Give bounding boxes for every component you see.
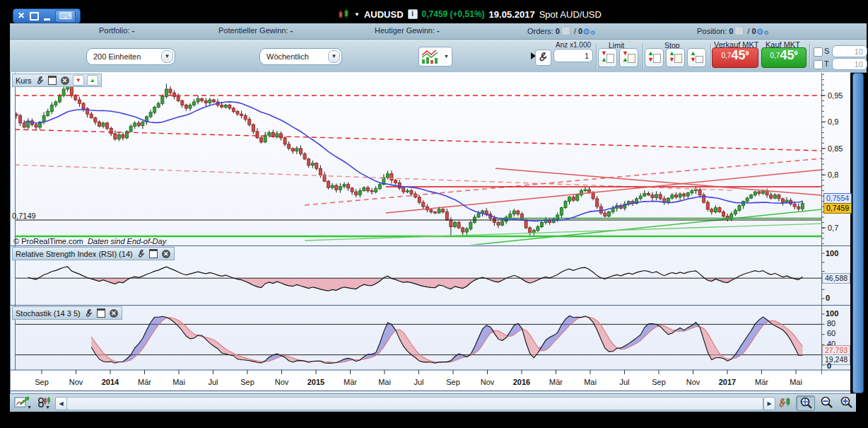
svg-text:Mär: Mär [549,378,563,386]
limit-close-button[interactable]: ▼▲ [598,48,617,67]
today-gain-item: Heutiger Gewinn: - [375,26,440,35]
svg-text:Sep: Sep [240,378,254,386]
svg-text:Sep: Sep [652,378,666,386]
window-controls[interactable]: ✕ ⌨ [13,8,81,23]
stop-checkbox-label: S [824,47,829,55]
instrument-label: Spot AUD/USD [539,9,602,20]
close-icon[interactable]: ✕ [60,76,70,85]
buy-market-button[interactable]: 0,7459 [761,47,807,68]
svg-text:2014: 2014 [102,378,119,386]
stop-checkbox[interactable] [814,47,823,57]
svg-text:Mär: Mär [344,378,357,386]
arrow-up-button[interactable]: ▲ [87,75,98,86]
chevron-down-icon[interactable]: ▼ [161,50,173,63]
new-chart-button[interactable]: ▼ [14,395,33,412]
window-icon[interactable] [96,308,106,318]
svg-text:0,8: 0,8 [828,170,838,179]
target-checkbox-label: T [824,59,829,68]
svg-text:Nov: Nov [686,378,700,386]
orders-gear-icon[interactable]: ⚙⚙ [582,27,595,37]
chart-style-button[interactable]: ▼ [418,47,452,66]
arrow-down-button[interactable]: ▼ [73,75,84,86]
title-bar: ▼ AUDUSD i 0,7459 (+0,51%) 19.05.2017 Sp… [338,6,602,22]
svg-text:Sep: Sep [35,378,49,386]
units-dropdown[interactable]: 200 Einheiten ▼ [86,48,175,65]
svg-text:Mai: Mai [584,378,597,386]
ma-price-chip: 0,7554 [823,193,852,204]
maximize-icon[interactable] [30,12,39,21]
info-bar: Portfolio: - Potentieller Gewinn: - Heut… [10,23,867,40]
svg-text:0,9: 0,9 [828,117,838,126]
chevron-down-icon[interactable]: ▼ [444,54,449,59]
svg-text:▼: ▼ [27,405,32,410]
stoch-80-label: 80 [827,319,835,328]
svg-text:0,7: 0,7 [828,224,838,232]
stoch-100-label: 100 [826,309,838,318]
svg-text:2015: 2015 [307,378,324,386]
quantity-label: Anz x1.000 [556,41,591,49]
keyboard-icon[interactable]: ⌨ [55,10,76,23]
svg-text:Nov: Nov [275,378,289,386]
new-chart-icon: ▼ [14,395,33,410]
timeframe-dropdown[interactable]: Wöchentlich ▼ [259,48,342,65]
stop-folder-button[interactable]: ▲▼ [687,48,706,67]
chart-settings-button[interactable] [778,396,792,412]
chevron-down-icon[interactable]: ▼ [354,11,360,18]
close-icon[interactable]: ✕ [161,249,171,258]
window-icon[interactable] [47,76,57,85]
svg-text:0,95: 0,95 [828,91,843,100]
target-checkbox[interactable] [814,60,823,69]
copyright-label: © ProRealTime.com Daten sind End-of-Day [13,237,166,245]
position-gear-icon[interactable]: ⚙⚙ [756,27,769,37]
units-dropdown-value: 200 Einheiten [93,52,141,61]
rsi-min-label: 0 [826,294,830,302]
zoom-area-icon [798,396,814,409]
stop-order-button[interactable]: ▲▼ [666,48,685,67]
position-box-icon[interactable] [734,26,744,35]
scrollbar-left-button[interactable]: ◀ [55,397,67,410]
scrollbar-track[interactable] [66,397,763,410]
limit-order-button[interactable]: ▼▲ [619,48,638,67]
wrench-icon[interactable] [136,249,146,258]
stop-close-button[interactable]: ▲▼ [645,48,664,67]
minimize-icon[interactable] [44,18,50,21]
close-icon[interactable]: ✕ [109,308,119,318]
link-chart-button[interactable]: ▼ [37,395,54,412]
stoch-60-label: 60 [827,329,835,337]
wrench-icon[interactable] [35,76,45,85]
sell-market-button[interactable]: 0,7459 [712,47,758,68]
svg-text:Mär: Mär [755,378,768,386]
stop-distance-input[interactable] [832,45,867,57]
zoom-in-icon [838,395,854,408]
svg-text:Mai: Mai [378,378,391,386]
orders-item: Orders: 0 / 0⚙⚙ [527,26,595,37]
rsi-panel-title: Relative Strength Index (RSI) (14) [16,250,133,258]
window-icon[interactable] [148,249,158,258]
close-icon[interactable]: ✕ [18,9,25,23]
zoom-in-button[interactable] [837,395,855,410]
rsi-value-chip: 46,588 [822,273,850,284]
svg-text:Nov: Nov [69,378,83,386]
chevron-down-icon[interactable]: ▼ [328,50,340,63]
quantity-input[interactable] [553,49,593,62]
order-settings-button[interactable] [535,50,551,66]
target-distance-input[interactable] [832,58,867,70]
zoom-out-button[interactable] [817,395,835,410]
zoom-select-button[interactable] [796,395,815,411]
orders-box-icon[interactable] [561,26,570,35]
candlestick-icon [338,8,350,20]
svg-text:0,85: 0,85 [828,144,843,153]
chart-region[interactable]: 0,95 0,9 0,85 0,8 0,7 Sep Nov 2014 Mär M… [10,72,850,393]
stoch-min-label: 0 [827,362,831,370]
chart-canvas[interactable]: 0,95 0,9 0,85 0,8 0,7 Sep Nov 2014 Mär M… [11,72,850,393]
wrench-icon [536,51,549,63]
wrench-icon[interactable] [83,308,93,318]
symbol-label: AUDUSD [364,9,404,20]
zoom-out-icon [819,395,834,408]
kurs-panel-header: Kurs ✕ ▼ ▲ [12,74,102,87]
svg-text:Nov: Nov [481,378,495,386]
vertical-scrollbar[interactable] [852,73,864,393]
scrollbar-right-button[interactable]: ▶ [763,397,775,410]
price-change-label: 0,7459 (+0,51%) [422,9,485,19]
info-icon[interactable]: i [408,9,418,19]
